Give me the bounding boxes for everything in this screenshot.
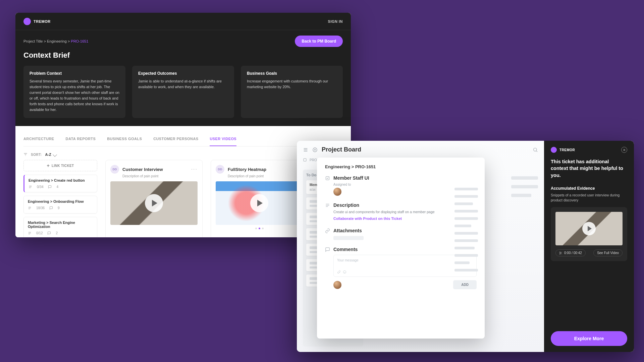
app-header: TREMOR SIGN IN xyxy=(15,13,351,30)
comment-icon xyxy=(47,231,51,235)
board-title: Project Board xyxy=(322,146,361,153)
breadcrumb-project[interactable]: Project Title xyxy=(23,39,43,43)
carousel-dot[interactable] xyxy=(262,228,264,229)
context-sidebar: TREMOR ✕ This ticket has additional cont… xyxy=(544,141,634,352)
video-thumbnail[interactable] xyxy=(110,181,198,225)
attachment-placeholder xyxy=(333,236,364,240)
evidence-thumbnail[interactable] xyxy=(555,212,623,245)
breadcrumb-row: Project Title > Engineering > PRO-1651 B… xyxy=(23,36,343,47)
description-section: Description Create ui and components for… xyxy=(325,202,477,221)
evidence-card: 0:00 / 00:42 See Full Video xyxy=(551,207,627,261)
link-ticket-button[interactable]: + LINK TICKET xyxy=(23,160,97,171)
play-button[interactable] xyxy=(582,222,596,235)
brand-name: TREMOR xyxy=(559,148,575,152)
close-button[interactable]: ✕ xyxy=(621,147,627,153)
svg-point-1 xyxy=(534,148,537,151)
svg-point-5 xyxy=(559,252,560,253)
evidence-title: Accumulated Evidence xyxy=(551,186,627,191)
breadcrumb-current: PRO-1651 xyxy=(71,39,88,43)
sort-label: SORT: xyxy=(31,153,42,157)
app-logo[interactable]: TREMOR xyxy=(23,18,51,25)
play-icon xyxy=(588,226,592,231)
attachments-label: Attachments xyxy=(333,228,362,233)
page-title: Context Brief xyxy=(23,51,343,60)
brand-name: TREMOR xyxy=(34,19,51,23)
search-icon[interactable] xyxy=(533,147,538,153)
video-thumbnail[interactable] xyxy=(216,181,303,225)
video-title: Customer Interview xyxy=(122,167,163,172)
avatar: DD xyxy=(216,165,224,174)
problem-context-body: Several times every semester, Jamie the … xyxy=(30,78,119,113)
ticket-title: Marketing > Search Engine Optimization xyxy=(28,221,93,229)
expected-outcomes-title: Expected Outcomes xyxy=(138,71,228,76)
problem-context-card: Problem Context Several times every seme… xyxy=(23,66,125,118)
ticket-list: + LINK TICKET Engineering > Create red b… xyxy=(23,160,97,237)
sign-in-link[interactable]: SIGN IN xyxy=(328,19,343,23)
checkbox-icon[interactable] xyxy=(325,176,330,181)
carousel-dot[interactable] xyxy=(255,228,257,229)
back-to-board-button[interactable]: Back to PM Board xyxy=(295,36,343,47)
ticket-progress: 0/34 xyxy=(37,185,43,189)
breadcrumb-engineering[interactable]: Engineering xyxy=(47,39,67,43)
emoji-icon[interactable] xyxy=(343,270,346,274)
breadcrumb: Project Title > Engineering > PRO-1651 xyxy=(23,39,88,43)
ticket-side-skeleton xyxy=(454,188,478,272)
text-icon xyxy=(325,203,330,208)
attach-icon[interactable] xyxy=(337,270,341,274)
sort-dropdown[interactable]: A-Z xyxy=(45,153,56,157)
ticket-comments: 4 xyxy=(56,185,58,189)
comments-label: Comments xyxy=(333,247,358,252)
svg-point-4 xyxy=(343,270,346,273)
comment-icon xyxy=(48,185,52,189)
evidence-subtitle: Snippets of a recorded user interview du… xyxy=(551,193,627,202)
plus-icon: + xyxy=(47,164,50,167)
business-goals-body: Increase engagement with customers throu… xyxy=(247,78,337,90)
expected-outcomes-card: Expected Outcomes Jamie is able to under… xyxy=(132,66,234,118)
business-goals-card: Business Goals Increase engagement with … xyxy=(241,66,343,118)
ticket-item[interactable]: Engineering > Create red button 0/34 4 xyxy=(23,175,97,192)
tab-business-goals[interactable]: BUSINESS GOALS xyxy=(107,132,142,146)
svg-point-6 xyxy=(559,253,560,254)
video-title: FullStory Heatmap xyxy=(228,167,266,172)
assignee-avatar[interactable] xyxy=(333,188,341,196)
board-right-skeleton xyxy=(511,170,538,347)
ticket-comments: 9 xyxy=(58,206,60,210)
svg-rect-3 xyxy=(326,176,329,180)
carousel-dot[interactable] xyxy=(259,228,260,229)
ticket-item[interactable]: Marketing > Search Engine Optimization 0… xyxy=(23,217,97,237)
context-brief-header-region: TREMOR SIGN IN Project Title > Engineeri… xyxy=(15,13,351,126)
filter-icon[interactable] xyxy=(23,153,28,157)
see-full-video-button[interactable]: See Full Video xyxy=(593,249,623,256)
menu-icon[interactable] xyxy=(303,147,308,153)
ticket-title: Engineering > Create red button xyxy=(29,178,93,182)
tab-data-reports[interactable]: DATA REPORTS xyxy=(66,132,96,146)
tremor-logo-icon xyxy=(23,18,31,25)
add-comment-button[interactable]: ADD xyxy=(453,280,477,289)
problem-context-title: Problem Context xyxy=(30,71,119,76)
ticket-title: Engineering > Onboarding Flow xyxy=(28,199,93,203)
tab-bar: ARCHITECTURE DATA REPORTS BUSINESS GOALS… xyxy=(23,132,343,146)
more-icon[interactable]: ··· xyxy=(191,168,198,170)
tab-user-videos[interactable]: USER VIDEOS xyxy=(210,132,236,146)
plus-circle-icon[interactable] xyxy=(312,147,318,153)
collaborate-link[interactable]: Collaborate with Product on this Ticket xyxy=(333,217,402,221)
description-label: Description xyxy=(333,202,359,208)
board-area: Project Board PROJECT To Do Member 8/34 … xyxy=(297,141,544,352)
expected-outcomes-body: Jamie is able to understand at-a-glance … xyxy=(138,78,228,90)
explore-more-button[interactable]: Explore More xyxy=(551,331,627,346)
comment-icon xyxy=(49,206,53,210)
tab-customer-personas[interactable]: CUSTOMER PERSONAS xyxy=(153,132,198,146)
chevron-down-icon xyxy=(53,153,57,157)
list-icon xyxy=(28,231,32,235)
ticket-breadcrumb: Engineering > PRO-1651 xyxy=(325,164,477,169)
svg-rect-2 xyxy=(304,159,306,161)
play-button[interactable] xyxy=(145,194,163,212)
context-cards: Problem Context Several times every seme… xyxy=(23,66,343,118)
tab-architecture[interactable]: ARCHITECTURE xyxy=(23,132,54,146)
ticket-title-section: Member Staff UI Assigned to Actions xyxy=(325,175,477,196)
ticket-item[interactable]: Engineering > Onboarding Flow 18/36 9 xyxy=(23,196,97,214)
ticket-detail-modal: Engineering > PRO-1651 Member Staff UI A… xyxy=(317,158,485,339)
play-button[interactable] xyxy=(250,194,268,212)
current-user-avatar xyxy=(333,281,341,289)
video-subtitle: Description of pain point xyxy=(122,174,198,178)
